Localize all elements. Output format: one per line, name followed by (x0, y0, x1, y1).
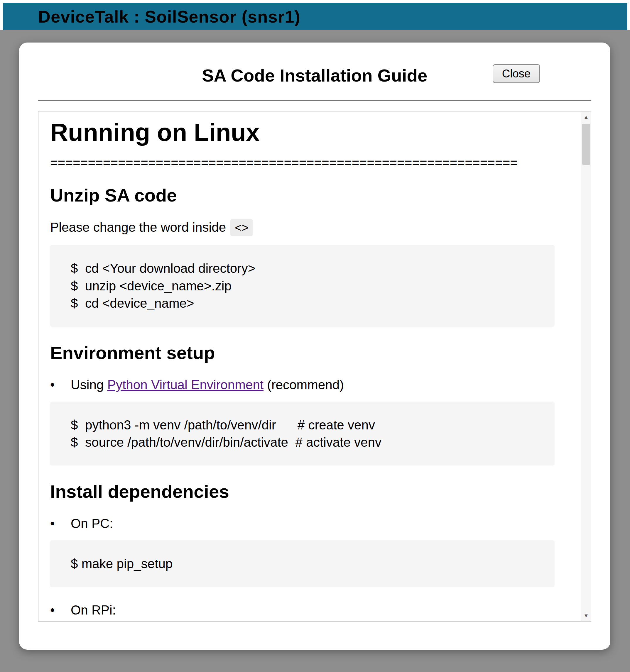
code-line: $ python3 -m venv /path/to/venv/dir # cr… (71, 416, 543, 434)
pc-code-block: $ make pip_setup (50, 540, 555, 587)
scroll-thumb[interactable] (582, 124, 590, 165)
scroll-down-button[interactable]: ▼ (581, 610, 591, 621)
env-code-block: $ python3 -m venv /path/to/venv/dir # cr… (50, 402, 555, 466)
env-bullet-suffix: (recommend) (263, 378, 344, 392)
doc-heading-install-dependencies: Install dependencies (50, 482, 555, 501)
modal-header: SA Code Installation Guide Close (38, 63, 591, 88)
header-bar: DeviceTalk : SoilSensor (snsr1) (3, 3, 627, 30)
scroll-up-button[interactable]: ▲ (581, 112, 591, 123)
doc-heading-environment-setup: Environment setup (50, 344, 555, 362)
unzip-note-text: Please change the word inside (50, 220, 226, 234)
header-title: DeviceTalk : SoilSensor (snsr1) (3, 7, 301, 26)
scroll-up-icon: ▲ (584, 114, 589, 120)
code-line: $ cd <device_name> (71, 294, 543, 312)
doc-heading-running-on-linux: Running on Linux (50, 119, 555, 146)
heading-rule: ========================================… (50, 157, 555, 169)
rpi-bullet-item: On RPi: (50, 602, 555, 618)
env-bullet-item: Using Python Virtual Environment (recomm… (50, 377, 555, 393)
doc-content: Running on Linux =======================… (39, 112, 581, 621)
pc-bullet-item: On PC: (50, 515, 555, 531)
scroll-down-icon: ▼ (584, 613, 589, 619)
close-button[interactable]: Close (493, 64, 540, 83)
installation-guide-modal: SA Code Installation Guide Close Running… (19, 43, 610, 650)
inline-code-chip: <> (230, 219, 253, 236)
scrollbar[interactable]: ▲ ▼ (581, 112, 591, 621)
doc-scroll-area[interactable]: Running on Linux =======================… (38, 111, 591, 622)
env-bullet-prefix: Using (71, 378, 108, 392)
page-root: { "colors": { "header_bar": "#136d8e", "… (0, 0, 630, 672)
python-venv-link[interactable]: Python Virtual Environment (108, 378, 263, 392)
code-line: $ cd <Your download directory> (71, 260, 543, 277)
pc-bullet-text: On PC: (71, 515, 113, 531)
unzip-code-block: $ cd <Your download directory> $ unzip <… (50, 245, 555, 327)
title-divider (38, 100, 591, 101)
doc-heading-unzip-sa-code: Unzip SA code (50, 186, 555, 205)
code-line: $ unzip <device_name>.zip (71, 277, 543, 294)
unzip-note: Please change the word inside<> (50, 219, 555, 236)
env-bullet-text: Using Python Virtual Environment (recomm… (71, 377, 344, 393)
code-line: $ make pip_setup (71, 555, 543, 572)
rpi-bullet-text: On RPi: (71, 602, 116, 618)
code-line: $ source /path/to/venv/dir/bin/activate … (71, 434, 543, 451)
